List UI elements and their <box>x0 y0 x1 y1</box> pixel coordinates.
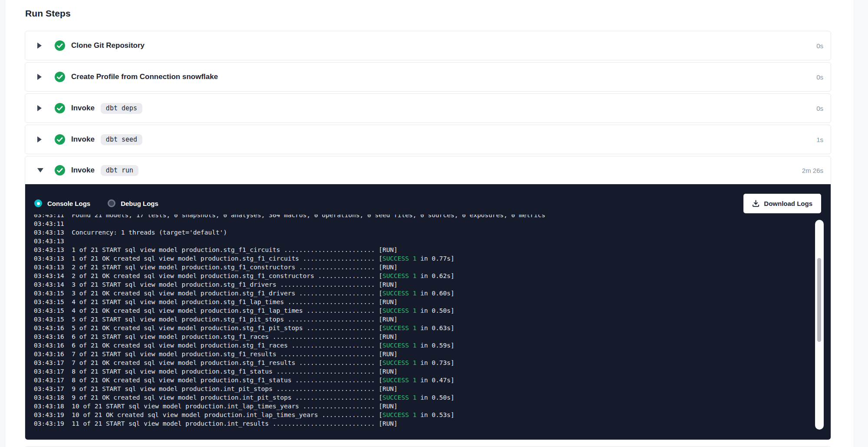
console-log-output[interactable]: 03:43:11 Found 21 models, 17 tests, 0 sn… <box>25 215 831 436</box>
step-label: Invoke <box>71 135 95 144</box>
command-badge: dbt run <box>101 165 138 176</box>
log-type-radio-group: Console Logs Debug Logs <box>34 199 158 207</box>
log-line: 03:43:13 Concurrency: 1 threads (target=… <box>34 228 831 237</box>
console-logs-label: Console Logs <box>47 200 90 207</box>
log-line: 03:43:13 1 of 21 START sql view model pr… <box>34 245 831 254</box>
step-duration: 0s <box>816 105 823 112</box>
log-line: 03:43:17 7 of 21 OK created sql view mod… <box>34 358 831 367</box>
log-line: 03:43:15 3 of 21 OK created sql view mod… <box>34 289 831 298</box>
chevron-right-icon[interactable] <box>37 105 44 111</box>
log-line: 03:43:16 5 of 21 OK created sql view mod… <box>34 324 831 332</box>
log-line: 03:43:17 8 of 21 START sql view model pr… <box>34 367 831 376</box>
log-line: 03:43:15 4 of 21 OK created sql view mod… <box>34 306 831 315</box>
radio-selected-icon[interactable] <box>34 199 42 207</box>
log-line: 03:43:17 8 of 21 OK created sql view mod… <box>34 376 831 384</box>
log-line: 03:43:15 5 of 21 START sql view model pr… <box>34 315 831 324</box>
right-page-gutter <box>854 0 868 447</box>
success-check-icon <box>55 134 65 145</box>
chevron-down-icon[interactable] <box>37 168 44 172</box>
log-line: 03:43:19 10 of 21 OK created sql view mo… <box>34 411 831 419</box>
step-list: Clone Git Repository 0s Create Profile f… <box>25 31 831 440</box>
download-icon <box>752 200 760 207</box>
log-line: 03:43:11 Found 21 models, 17 tests, 0 sn… <box>34 215 831 219</box>
run-steps-section: Run Steps Clone Git Repository 0s Create… <box>25 0 831 442</box>
step-label: Invoke <box>71 104 95 113</box>
radio-unselected-icon[interactable] <box>108 199 115 207</box>
step-label: Clone Git Repository <box>71 41 145 50</box>
log-line: 03:43:18 10 of 21 START sql view model p… <box>34 402 831 411</box>
success-check-icon <box>55 103 65 113</box>
step-row-invoke-dbt-deps[interactable]: Invoke dbt deps 0s <box>25 93 831 123</box>
log-line: 03:43:14 3 of 21 START sql view model pr… <box>34 280 831 289</box>
log-line: 03:43:17 9 of 21 START sql view model pr… <box>34 384 831 393</box>
chevron-right-icon[interactable] <box>37 136 44 142</box>
log-panel: Console Logs Debug Logs Download Logs 03… <box>25 184 831 440</box>
log-line: 03:43:16 7 of 21 START sql view model pr… <box>34 350 831 358</box>
step-label: Create Profile from Connection snowflake <box>71 73 218 81</box>
log-line: 03:43:11 <box>34 219 831 228</box>
log-toolbar: Console Logs Debug Logs Download Logs <box>25 184 831 214</box>
step-header[interactable]: Invoke dbt run 2m 26s <box>25 156 831 184</box>
debug-logs-radio[interactable]: Debug Logs <box>108 199 158 207</box>
log-line: 03:43:13 1 of 21 OK created sql view mod… <box>34 254 831 263</box>
log-line: 03:43:16 6 of 21 OK created sql view mod… <box>34 341 831 350</box>
log-scrollbar[interactable] <box>815 220 824 430</box>
log-line: 03:43:18 9 of 21 OK created sql view mod… <box>34 393 831 402</box>
log-line: 03:43:14 2 of 21 OK created sql view mod… <box>34 272 831 280</box>
step-duration: 0s <box>816 73 823 81</box>
page-title: Run Steps <box>25 8 831 19</box>
chevron-right-icon[interactable] <box>37 43 44 49</box>
download-logs-button[interactable]: Download Logs <box>743 194 821 213</box>
step-duration: 0s <box>816 42 823 50</box>
success-check-icon <box>55 165 65 175</box>
log-line: 03:43:19 11 of 21 START sql view model p… <box>34 419 831 428</box>
log-line: 03:43:13 <box>34 237 831 245</box>
success-check-icon <box>55 40 65 51</box>
step-row-clone-git-repository[interactable]: Clone Git Repository 0s <box>25 31 831 60</box>
console-logs-radio[interactable]: Console Logs <box>34 199 90 207</box>
log-line: 03:43:15 4 of 21 START sql view model pr… <box>34 298 831 306</box>
step-duration: 2m 26s <box>802 167 823 174</box>
log-scrollbar-thumb[interactable] <box>817 258 821 342</box>
command-badge: dbt deps <box>101 103 142 114</box>
step-label: Invoke <box>71 166 95 175</box>
download-logs-label: Download Logs <box>764 200 812 207</box>
debug-logs-label: Debug Logs <box>121 200 158 207</box>
log-line: 03:43:16 6 of 21 START sql view model pr… <box>34 332 831 341</box>
log-line: 03:43:13 2 of 21 START sql view model pr… <box>34 263 831 272</box>
success-check-icon <box>55 72 65 82</box>
step-duration: 1s <box>816 136 823 143</box>
left-page-gutter <box>0 0 5 447</box>
step-row-invoke-dbt-run: Invoke dbt run 2m 26s Console Logs Debug… <box>25 156 831 440</box>
step-row-invoke-dbt-seed[interactable]: Invoke dbt seed 1s <box>25 125 831 154</box>
command-badge: dbt seed <box>101 134 142 145</box>
log-lines: 03:43:11 Found 21 models, 17 tests, 0 sn… <box>34 215 831 428</box>
chevron-right-icon[interactable] <box>37 74 44 80</box>
step-row-create-profile[interactable]: Create Profile from Connection snowflake… <box>25 62 831 92</box>
